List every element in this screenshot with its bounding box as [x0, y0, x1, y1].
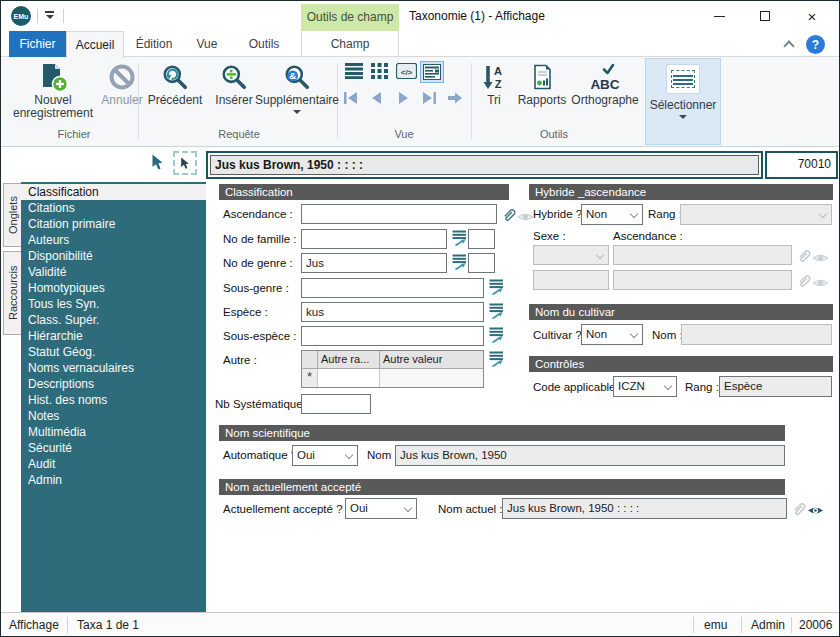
sidebar-item-citation-primaire[interactable]: Citation primaire [21, 216, 206, 232]
sidebar-item-validite[interactable]: Validité [21, 264, 206, 280]
sort-button[interactable]: A Z Tri [477, 60, 511, 107]
grid-col-autre-valeur: Autre valeur [380, 351, 483, 368]
sidebar-item-admin[interactable]: Admin [21, 472, 206, 488]
lookup-list-icon[interactable] [488, 351, 505, 368]
sidebar-item-statut-geog[interactable]: Statut Géog. [21, 344, 206, 360]
maximize-button[interactable] [742, 1, 788, 31]
famille-aux-box[interactable] [468, 229, 495, 249]
nav-last-button[interactable] [421, 91, 437, 108]
nav-goto-button[interactable] [447, 91, 463, 108]
help-button[interactable]: ? [806, 35, 825, 54]
sidebar-item-homotypiques[interactable]: Homotypiques [21, 280, 206, 296]
view-record-eye-icon[interactable] [807, 502, 824, 519]
lookup-list-icon[interactable] [488, 303, 505, 320]
sous-genre-input[interactable] [301, 278, 484, 298]
close-button[interactable]: × [788, 1, 836, 31]
spelling-button[interactable]: ABC Orthographe [573, 60, 637, 107]
genre-aux-box[interactable] [468, 253, 495, 273]
nav-first-button[interactable] [343, 91, 359, 108]
famille-input[interactable] [301, 229, 447, 249]
search-previous-button[interactable]: Précédent [143, 60, 207, 107]
automatique-label: Automatique ? [223, 449, 297, 461]
new-record-icon [37, 60, 69, 94]
view-list-button[interactable] [345, 63, 363, 82]
search-insert-icon [220, 60, 248, 94]
espece-input[interactable]: kus [301, 302, 484, 322]
cultivar-dropdown[interactable]: Non [581, 324, 643, 345]
search-insert-button[interactable]: Insérer [209, 60, 259, 107]
search-previous-label: Précédent [148, 94, 203, 107]
record-summary-field[interactable]: Jus kus Brown, 1950 : : : : [206, 151, 763, 179]
tab-edition[interactable]: Édition [127, 31, 181, 57]
nav-next-button[interactable] [395, 91, 411, 108]
grid-cell[interactable] [380, 369, 483, 387]
actuellement-accepte-dropdown[interactable]: Oui [345, 498, 417, 519]
nav-previous-button[interactable] [369, 91, 385, 108]
attach-icon[interactable] [500, 206, 517, 223]
sidebar-item-citations[interactable]: Citations [21, 200, 206, 216]
genre-input[interactable]: Jus [301, 253, 447, 273]
lookup-list-icon[interactable] [451, 230, 468, 247]
maximize-icon [760, 11, 770, 21]
sidebar-item-hierarchie[interactable]: Hiérarchie [21, 328, 206, 344]
title-bar: EMu Taxonomie (1) - Affichage × [1, 1, 839, 31]
section-header-cultivar: Nom du cultivar [529, 304, 833, 320]
minimize-button[interactable] [696, 1, 742, 31]
autre-grid-row[interactable]: * [302, 369, 483, 387]
emu-window: EMu Taxonomie (1) - Affichage × Outils d… [0, 0, 840, 637]
section-header-classification: Classification [219, 184, 509, 200]
view-form-button[interactable] [420, 61, 444, 83]
sous-espece-input[interactable] [301, 326, 484, 346]
nb-systematique-input[interactable] [301, 394, 371, 414]
view-grid-button[interactable] [371, 63, 388, 82]
sidebar-item-tous-les-syn[interactable]: Tous les Syn. [21, 296, 206, 312]
hybride-label: Hybride ? [533, 208, 582, 220]
tab-vue[interactable]: Vue [187, 31, 227, 57]
cancel-button[interactable]: Annuler [99, 60, 145, 107]
sidebar-item-auteurs[interactable]: Auteurs [21, 232, 206, 248]
collapse-ribbon-icon[interactable] [783, 40, 794, 51]
sidebar-item-descriptions[interactable]: Descriptions [21, 376, 206, 392]
sidebar-item-disponibilite[interactable]: Disponibilité [21, 248, 206, 264]
sidebar-item-hist-des-noms[interactable]: Hist. des noms [21, 392, 206, 408]
pointer-icon[interactable] [151, 154, 164, 174]
sort-label: Tri [487, 94, 501, 107]
code-applicable-dropdown[interactable]: ICZN [613, 376, 677, 397]
select-mode-icon[interactable] [173, 151, 197, 175]
record-number-field[interactable]: 70010 [765, 151, 838, 179]
autre-label: Autre : [223, 354, 257, 366]
view-record-eye-icon[interactable] [517, 208, 534, 225]
autre-grid[interactable]: Autre ra... Autre valeur * [301, 350, 484, 388]
section-header-hybride: Hybride _ascendance [529, 184, 833, 200]
lookup-list-icon[interactable] [451, 254, 468, 271]
tab-champ[interactable]: Champ [301, 31, 399, 57]
sidebar-item-classification[interactable]: Classification [21, 184, 206, 200]
tab-accueil[interactable]: Accueil [66, 31, 124, 58]
view-code-button[interactable]: </> [396, 63, 417, 82]
grid-cell[interactable] [318, 369, 380, 387]
lookup-list-icon[interactable] [488, 279, 505, 296]
lookup-list-icon[interactable] [488, 327, 505, 344]
sidebar-item-noms-vernaculaires[interactable]: Noms vernaculaires [21, 360, 206, 376]
tab-outils[interactable]: Outils [237, 31, 291, 57]
select-button[interactable]: Sélectionner [645, 58, 721, 145]
reports-button[interactable]: Rapports [513, 60, 571, 107]
ascendance-input[interactable] [301, 204, 497, 224]
tab-fichier[interactable]: Fichier [9, 31, 66, 57]
sidebar-item-class-super[interactable]: Class. Supér. [21, 312, 206, 328]
attach-icon[interactable] [790, 500, 807, 517]
search-additional-button[interactable]: & Supplémentaire [259, 60, 335, 114]
search-additional-label: Supplémentaire [255, 94, 339, 107]
quick-access-dropdown-icon[interactable] [45, 11, 54, 19]
vertical-tab-onglets[interactable]: Onglets [3, 183, 22, 247]
nav-last-icon [421, 91, 437, 105]
close-icon: × [808, 9, 817, 24]
hybride-dropdown[interactable]: Non [581, 204, 643, 225]
sidebar-item-multimedia[interactable]: Multimédia [21, 424, 206, 440]
automatique-dropdown[interactable]: Oui [292, 445, 358, 466]
sidebar-item-audit[interactable]: Audit [21, 456, 206, 472]
new-record-button[interactable]: Nouvel enregistrement [7, 60, 99, 120]
sidebar-item-notes[interactable]: Notes [21, 408, 206, 424]
vertical-tab-raccourcis[interactable]: Raccourcis [3, 251, 22, 335]
sidebar-item-securite[interactable]: Sécurité [21, 440, 206, 456]
